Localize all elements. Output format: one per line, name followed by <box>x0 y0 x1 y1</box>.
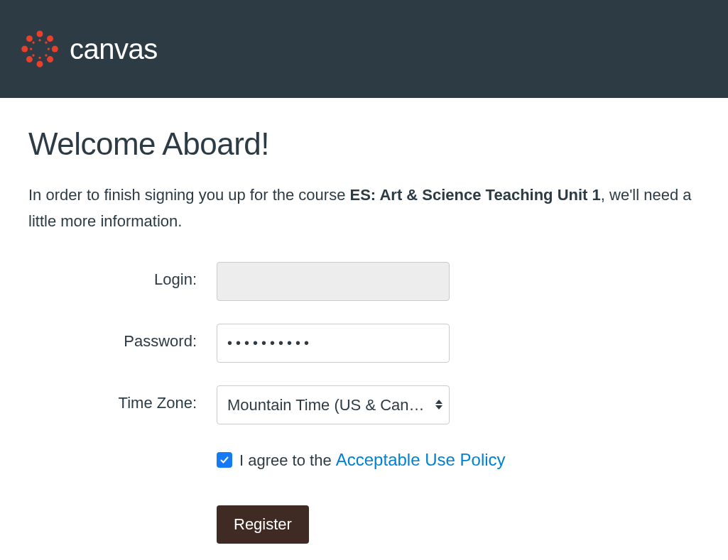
terms-prefix: I agree to the <box>239 451 336 469</box>
svg-point-7 <box>47 56 53 62</box>
register-button[interactable]: Register <box>217 505 309 544</box>
timezone-select[interactable]: Mountain Time (US & Canada) (− <box>217 385 450 424</box>
svg-point-8 <box>38 39 40 41</box>
canvas-logo-icon <box>20 29 60 69</box>
login-row: Login: <box>28 262 700 301</box>
terms-row: I agree to the Acceptable Use Policy <box>28 447 700 470</box>
svg-point-0 <box>37 31 43 37</box>
svg-point-14 <box>32 54 34 56</box>
svg-point-10 <box>30 48 32 50</box>
intro-prefix: In order to finish signing you up for th… <box>28 186 349 204</box>
intro-text: In order to finish signing you up for th… <box>28 182 700 235</box>
password-label: Password: <box>28 324 217 351</box>
login-label: Login: <box>28 262 217 289</box>
svg-point-1 <box>37 61 43 67</box>
svg-point-6 <box>26 56 33 62</box>
svg-point-2 <box>21 46 28 53</box>
svg-point-11 <box>48 48 50 50</box>
password-input[interactable] <box>217 324 450 363</box>
page-title: Welcome Aboard! <box>28 126 700 162</box>
svg-point-9 <box>38 57 40 59</box>
course-name: ES: Art & Science Teaching Unit 1 <box>349 186 600 204</box>
svg-point-4 <box>26 35 33 42</box>
terms-label: I agree to the Acceptable Use Policy <box>239 450 506 470</box>
svg-point-3 <box>52 46 58 53</box>
timezone-label: Time Zone: <box>28 385 217 412</box>
svg-point-15 <box>45 54 47 56</box>
login-input[interactable] <box>217 262 450 301</box>
acceptable-use-policy-link[interactable]: Acceptable Use Policy <box>336 450 506 469</box>
brand-name: canvas <box>70 33 158 65</box>
svg-point-5 <box>47 35 53 42</box>
password-row: Password: <box>28 324 700 363</box>
timezone-row: Time Zone: Mountain Time (US & Canada) (… <box>28 385 700 424</box>
main-content: Welcome Aboard! In order to finish signi… <box>0 98 728 544</box>
svg-point-12 <box>32 41 34 43</box>
svg-point-13 <box>45 41 47 43</box>
terms-checkbox[interactable] <box>217 452 232 468</box>
brand-logo: canvas <box>20 29 158 69</box>
header: canvas <box>0 0 728 98</box>
